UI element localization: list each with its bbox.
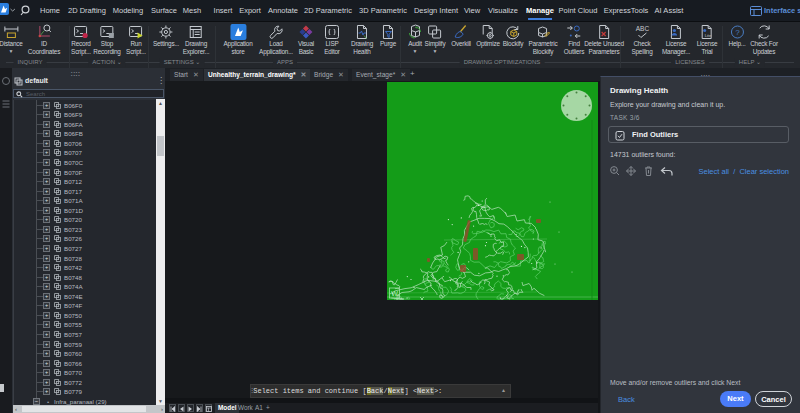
svg-text:W: W — [391, 290, 398, 297]
svg-text:Lite: Lite — [705, 33, 712, 38]
svg-text:ABC: ABC — [635, 25, 649, 32]
svg-text:?: ? — [735, 28, 740, 37]
